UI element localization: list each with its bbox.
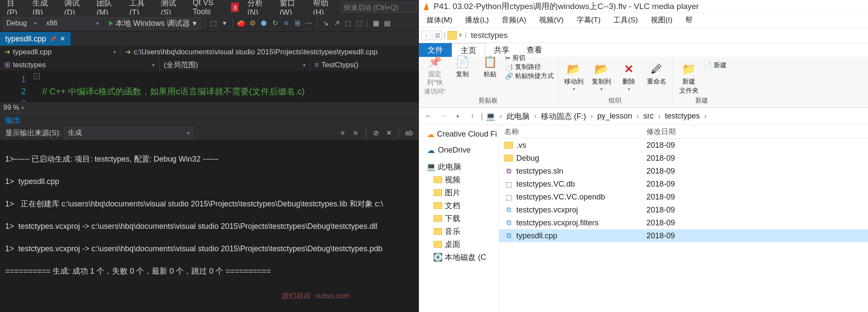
list-row[interactable]: ⧉typesdll.cpp2018-09 [499,229,868,242]
nav-file-right[interactable]: ➜ c:\Users\hbq\documents\visual studio 2… [121,46,419,59]
toolbar-icon[interactable]: ≡ [281,19,291,28]
list-row[interactable]: ⧉testctypes.vcxproj2018-09 [499,203,868,216]
output-body[interactable]: 1>------ 已启动生成: 项目: testctypes, 配置: Debu… [0,140,419,312]
toolbar-icon[interactable]: ↗ [332,19,341,28]
output-source-dropdown[interactable]: 生成 ▾ [64,127,194,139]
output-panel-title[interactable]: 输出 [0,113,419,126]
tree-item[interactable]: 💻此电脑 [421,160,497,173]
toolbar-icon[interactable]: ⊘ [371,128,381,138]
vlc-cone-icon [422,3,430,10]
toolbar-icon[interactable]: ▤ [382,19,392,28]
explorer-tree[interactable]: ☁Creative Cloud Fi ☁OneDrive 💻此电脑 视频 图片 … [419,125,499,312]
nav-scope[interactable]: (全局范围) ▾ [159,59,310,72]
tree-item[interactable]: 文档 [421,199,497,212]
zoom-value[interactable]: 99 % [3,104,19,112]
toolbar-icon[interactable]: ≡ [338,128,347,138]
copypath-button[interactable]: 📑复制路径 [505,63,554,71]
newfolder-button[interactable]: 📁新建文件夹 [676,61,701,95]
toolbar-icon[interactable]: ↘ [321,19,330,28]
forward-button[interactable]: → [437,110,449,122]
arrow-right-icon: ➜ [125,47,131,56]
toolbar-icon[interactable]: ⊞ [293,19,302,28]
list-row[interactable]: ⧉testctypes.vcxproj.filters2018-09 [499,216,868,229]
nav-file-left[interactable]: ➜ typesdll.cpp ▾ [0,46,121,59]
toolbar-icon[interactable]: ⬚ [209,19,218,28]
menu-item[interactable]: 音频(A) [496,13,532,27]
menu-item[interactable]: 帮 [679,13,699,27]
fold-toggle[interactable]: − [34,73,40,79]
paste-button[interactable]: 📋 粘贴 [478,54,503,78]
tree-item[interactable]: ☁OneDrive [421,144,497,156]
address-text[interactable]: testctypes [468,31,865,40]
nav-icon[interactable]: ▥ [433,31,442,40]
code-editor[interactable]: 1234567 − − // C++ 中编译c格式的函数，如果用c语言编译就不需… [0,72,419,102]
quick-launch-input[interactable]: 快速启动 (Ctrl+Q) [340,2,417,13]
up-button[interactable]: ↑ [466,110,478,122]
nav-function[interactable]: ≡ TestCtyps() [310,59,419,72]
newitem-button[interactable]: 📄新建 [704,61,727,69]
document-tab[interactable]: typesdll.cpp 📌 ✕ [0,32,71,46]
list-row[interactable]: ⬚testctypes.VC.db2018-09 [499,178,868,190]
menu-item[interactable]: 视图(I) [645,13,678,27]
copy-button[interactable]: 📄 复制 [450,54,475,78]
nav-down-icon[interactable]: ↓ [422,31,431,40]
toolbar-icon[interactable]: ⚙ [248,19,257,28]
tree-item[interactable]: 音乐 [421,225,497,238]
menu-item[interactable]: 字幕(T) [571,13,607,27]
start-debug-button[interactable]: 本地 Windows 调试器 ▾ [104,17,201,29]
watermark: 虚幻叔叔 xuhss.com [281,290,350,302]
toolbar-icon[interactable]: ▾ [220,19,229,28]
toolbar-icon[interactable]: ⬚ [343,19,353,28]
menu-item[interactable]: 视频(V) [533,13,570,27]
list-row[interactable]: Debug2018-09 [499,152,868,165]
pin-icon[interactable]: 📌 [50,36,56,42]
breadcrumb-item[interactable]: py_lesson [597,112,632,121]
menu-item[interactable]: 播放(L) [459,13,495,27]
vs-menubar: 目(P) 生成(B) 调试(D) 团队(M) 工具(T) 测试(S) Qt VS… [0,0,419,15]
back-button[interactable]: ← [422,110,434,122]
recent-dropdown[interactable]: ▾ [452,110,464,122]
toolbar-icon[interactable]: ▦ [371,19,381,28]
toolbar-icon[interactable]: ⬢ [259,19,269,28]
col-date[interactable]: 修改日期 [641,127,868,137]
toolbar-icon[interactable]: ✕ [384,128,393,138]
col-name[interactable]: 名称 [499,127,641,137]
cut-button[interactable]: ✂剪切 [505,54,554,62]
list-row[interactable]: ⬚testctypes.VC.VC.opendb2018-09 [499,190,868,203]
config-dropdown[interactable]: Debug▾ [3,17,41,29]
menu-item[interactable]: 媒体(M) [421,13,458,27]
file-name: Debug [516,154,539,163]
platform-dropdown[interactable]: x86▾ [42,17,103,29]
moveto-button[interactable]: 📂移动到▾ [561,61,586,91]
delete-button[interactable]: ✕删除▾ [616,61,641,91]
pasteshortcut-button[interactable]: 🔗粘贴快捷方式 [505,72,554,80]
toolbar-icon[interactable]: ↻ [270,19,280,28]
breadcrumb-item[interactable]: testctypes [665,112,700,121]
vlc-titlebar: P41. 03.02-Python用ctypes调用的windows上C--3)… [419,0,868,13]
rename-button[interactable]: 🖉重命名 [644,61,669,86]
close-icon[interactable]: ✕ [60,35,66,43]
toolbar-icon[interactable]: ⬚ [354,19,364,28]
list-row[interactable]: ⧉testctypes.sln2018-09 [499,165,868,178]
tree-item[interactable]: 下载 [421,212,497,225]
pin-quickaccess-button[interactable]: 📌 固定到"快 速访问" [422,54,447,96]
toolbar-icon[interactable]: ab [404,128,414,138]
code-lines: // C++ 中编译c格式的函数，如果用c语言编译就不需要(文件后缀名.c) /… [42,72,305,102]
breadcrumb-item[interactable]: src [643,112,654,121]
tree-item[interactable]: 桌面 [421,238,497,251]
breadcrumb-item[interactable]: 移动固态 (F:) [541,111,586,122]
menu-item[interactable]: 工具(S) [607,13,644,27]
toolbar-icon[interactable]: ≡ [351,128,360,138]
list-row[interactable]: .vs2018-09 [499,139,868,152]
breadcrumb-item[interactable]: 此电脑 [506,111,530,122]
nav-project[interactable]: ⊞ testctypes ▾ [0,59,159,72]
tree-item[interactable]: 💽本地磁盘 (C [421,251,497,264]
tree-item[interactable]: ☁Creative Cloud Fi [421,128,497,140]
notification-badge[interactable]: 3 [231,3,239,12]
tree-item[interactable]: 视频 [421,173,497,186]
toolbar-icon[interactable]: ⋯ [304,19,313,28]
tree-item[interactable]: 图片 [421,186,497,199]
copyto-button[interactable]: 📂复制到▾ [589,61,614,91]
chevron-down-icon[interactable]: ▾ [22,105,24,111]
toolbar-icon[interactable]: 🍅 [237,19,246,28]
